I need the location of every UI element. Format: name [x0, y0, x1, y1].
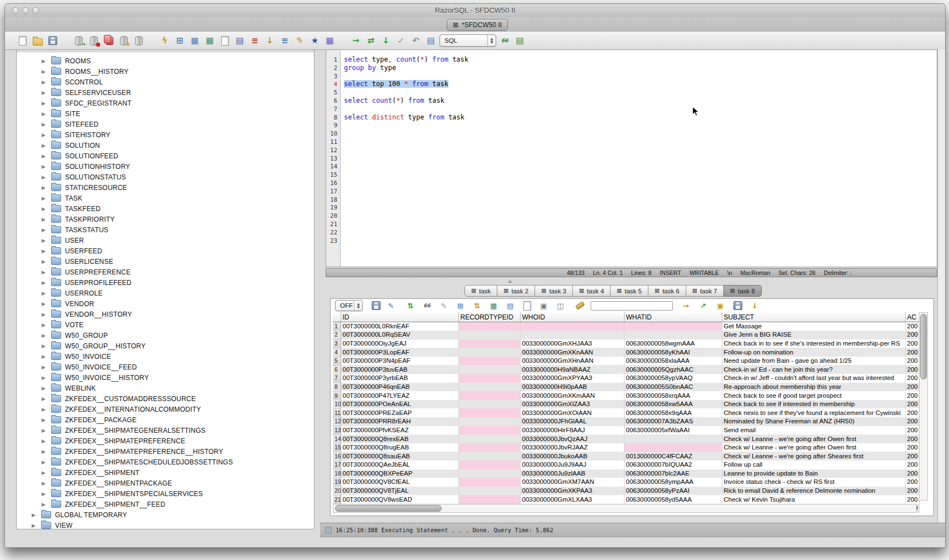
documentation-icon[interactable]: ▤	[234, 36, 245, 46]
disclosure-triangle-icon[interactable]: ▶	[42, 417, 47, 423]
table-row[interactable]: 1600T3000000Q8sauEAB0033000000JbukoAAB00…	[333, 452, 919, 461]
cell-activitydate[interactable]: 200	[905, 339, 919, 348]
database-browser-icon[interactable]	[133, 36, 144, 46]
cell-id[interactable]: 00T3000000POeAnEAL	[341, 400, 458, 409]
disclosure-triangle-icon[interactable]: ▶	[42, 143, 47, 148]
cell-recordtypeid[interactable]	[458, 400, 520, 409]
cell-activitydate[interactable]: 200	[905, 408, 919, 417]
cell-whatid[interactable]: 0013000000C4fFCAAZ	[624, 452, 722, 461]
column-header-ac[interactable]: AC	[905, 312, 919, 322]
cell-recordtypeid[interactable]	[458, 339, 520, 348]
cell-recordtypeid[interactable]	[458, 434, 520, 443]
tree-item-zkfedex__package[interactable]: ▶ZKFEDEX__PACKAGE	[17, 414, 314, 425]
cell-whoid[interactable]: 0033000000JbvRJAAZ	[520, 443, 624, 452]
edit-sql-icon[interactable]: ✎	[294, 36, 305, 46]
cell-subject[interactable]: Check w/ Kevin Tsujihara	[722, 495, 905, 504]
view-glasses-icon[interactable]: 66	[422, 301, 432, 311]
tree-item-taskpriority[interactable]: ▶TASKPRIORITY	[17, 214, 314, 224]
cell-subject[interactable]: Check back in to see if she's interested…	[722, 339, 905, 348]
cell-subject[interactable]: Nominated by Shane Freeman at ANZ (HR50)	[722, 417, 905, 426]
cell-id[interactable]: 00T3000000Q8sauEAB	[341, 452, 458, 461]
cell-activitydate[interactable]: 200	[905, 461, 919, 469]
connect-database-icon[interactable]: →	[73, 36, 84, 46]
cell-subject[interactable]: Check back to see if good target prospec…	[722, 391, 905, 400]
cell-recordtypeid[interactable]	[458, 348, 520, 357]
row-number[interactable]: 14	[333, 434, 341, 443]
title-bar[interactable]: RazorSQL - SFDCW50 II	[5, 4, 945, 18]
cell-recordtypeid[interactable]	[458, 383, 520, 392]
cell-id[interactable]: 00T3000000P3LopEAF	[341, 348, 458, 357]
table-row[interactable]: 1000T3000000POeAnEAL0033000000GmXIZAA300…	[333, 400, 919, 409]
tree-item-staticresource[interactable]: ▶STATICRESOURCE	[17, 182, 314, 193]
result-tab-task-4[interactable]: ⊠task 4	[572, 285, 611, 297]
refresh-objects-icon[interactable]: ▦	[204, 36, 215, 46]
statement-type-select[interactable]: SQL ▲▼	[439, 34, 496, 47]
view-results-icon[interactable]: 66	[500, 36, 510, 46]
cell-recordtypeid[interactable]	[458, 417, 520, 426]
disclosure-triangle-icon[interactable]: ▶	[42, 79, 47, 85]
cell-whoid[interactable]: 0033000000GmXIZAA3	[520, 400, 624, 409]
cell-subject[interactable]: Rick to email David & reference Delmonte…	[722, 487, 905, 496]
save-results-icon[interactable]	[371, 301, 381, 311]
cell-whatid[interactable]: 00630000007bIQUAA2	[624, 461, 722, 469]
cell-whatid[interactable]: 00630000005S0bnAAC	[624, 383, 722, 392]
tab-close-icon[interactable]: ⊠	[579, 288, 584, 294]
cell-subject[interactable]: Send email	[722, 426, 905, 435]
download-column-icon[interactable]: ↓	[750, 301, 760, 311]
cell-subject[interactable]: Check-in w/ Ed - can he join this year?	[722, 365, 905, 374]
cell-recordtypeid[interactable]	[458, 443, 520, 452]
cell-recordtypeid[interactable]	[458, 495, 520, 504]
cell-recordtypeid[interactable]	[458, 426, 520, 435]
tree-item-solutionstatus[interactable]: ▶SOLUTIONSTATUS	[17, 172, 314, 182]
row-number[interactable]: 18	[333, 469, 341, 478]
table-row[interactable]: 1300T3000000PfvKSEAZ0033000000HirF8AAJ00…	[333, 426, 919, 435]
cell-id[interactable]: 00T3000000Q8rugEAB	[341, 443, 458, 452]
tree-item-w50_group[interactable]: ▶W50_GROUP	[17, 330, 314, 341]
disclosure-triangle-icon[interactable]: ▶	[42, 153, 47, 159]
tree-item-site[interactable]: ▶SITE	[17, 108, 314, 119]
copy-cell-icon[interactable]: ▣	[538, 301, 549, 311]
cell-recordtypeid[interactable]	[458, 391, 520, 400]
table-row[interactable]: 600T3000000P3tuvEAB0033000000H9aNBAAZ006…	[333, 365, 919, 374]
tree-item-global temporary[interactable]: ▶GLOBAL TEMPORARY	[17, 509, 314, 520]
row-number[interactable]: 11	[333, 408, 341, 417]
cell-subject[interactable]: Check back to see if interested in membe…	[722, 400, 905, 409]
tree-item-zkfedex__internationalcommodity[interactable]: ▶ZKFEDEX__INTERNATIONALCOMMODITY	[17, 404, 314, 414]
result-tab-task-3[interactable]: ⊠task 3	[535, 285, 573, 297]
cell-whoid[interactable]: 0033000000JbvQzAAJ	[520, 434, 624, 443]
sort-data-icon[interactable]: ≡	[279, 36, 290, 46]
disclosure-triangle-icon[interactable]: ▶	[42, 196, 47, 201]
row-number[interactable]: 13	[333, 426, 341, 435]
row-number[interactable]: 6	[333, 365, 341, 374]
column-header-rownum[interactable]	[333, 312, 341, 322]
save-file-icon[interactable]	[47, 36, 58, 46]
editor-scrollbar[interactable]	[937, 49, 945, 523]
cell-activitydate[interactable]: 200	[905, 495, 919, 504]
cell-id[interactable]: 00T3000000QV8wsEAD	[341, 495, 458, 504]
tree-item-zkfedex__shipment[interactable]: ▶ZKFEDEX__SHIPMENT	[17, 467, 314, 478]
disclosure-triangle-icon[interactable]: ▶	[42, 206, 47, 212]
table-row[interactable]: 300T3000000OiyJgEAJ0033000000GmXHJAA3006…	[333, 339, 919, 348]
clipboard-add-icon[interactable]: ▣	[715, 301, 726, 311]
go-arrow-icon[interactable]: →	[681, 301, 691, 311]
copy-table-icon[interactable]: ◫	[555, 301, 566, 311]
export-data-icon[interactable]: ↓	[264, 36, 275, 46]
cell-activitydate[interactable]: 200	[905, 383, 919, 392]
tree-item-zkfedex__shipmentspecialservices[interactable]: ▶ZKFEDEX__SHIPMENTSPECIALSERVICES	[17, 488, 314, 499]
tree-item-userprofilefeed[interactable]: ▶USERPROFILEFEED	[17, 277, 314, 288]
disclosure-triangle-icon[interactable]: ▶	[42, 280, 47, 286]
cell-id[interactable]: 00T3000000P46qnEAB	[341, 383, 458, 392]
cell-activitydate[interactable]: 200	[905, 391, 919, 400]
table-row[interactable]: 2000T3000000QV8TjEAL0033000000GmXKPAA300…	[333, 487, 919, 496]
table-row[interactable]: 1700T3000000QAeJbEAL0033000000Ju9J9AAJ00…	[333, 461, 919, 469]
table-row[interactable]: 1200T3000000PRR8rEAH0033000000JFhGlAAL00…	[333, 417, 919, 426]
disclosure-triangle-icon[interactable]: ▶	[42, 111, 47, 117]
cell-subject[interactable]: Invoice status check - check w/ RS first	[722, 478, 905, 487]
cell-whoid[interactable]: 0033000000GmXKPAA3	[520, 487, 624, 496]
generate-sql-icon[interactable]	[219, 36, 230, 46]
row-number[interactable]: 3	[333, 339, 341, 348]
tab-close-icon[interactable]: ⊠	[541, 288, 546, 294]
cell-whoid[interactable]: 0033000000H9i0pAAB	[520, 383, 624, 392]
cell-whoid[interactable]: 0033000000GmXHJAA3	[520, 339, 624, 348]
cell-recordtypeid[interactable]	[458, 331, 520, 339]
